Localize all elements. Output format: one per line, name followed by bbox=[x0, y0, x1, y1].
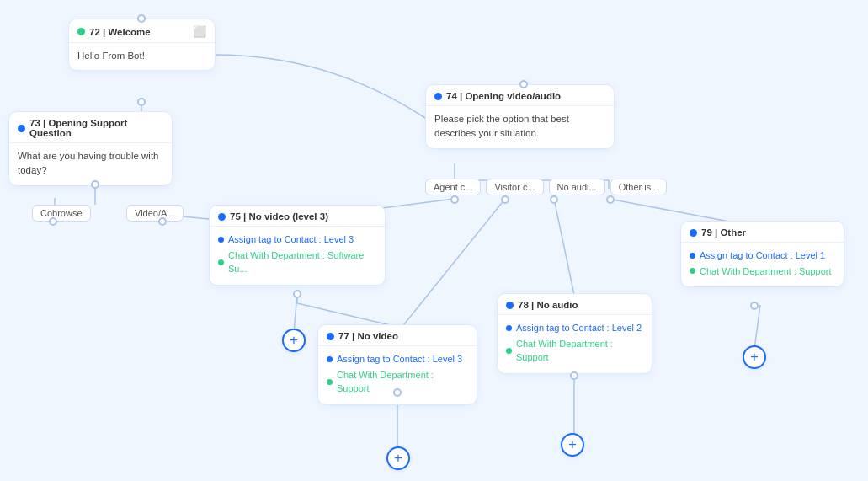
node-75-item-1: Chat With Department : Software Su... bbox=[218, 249, 376, 276]
badge-cobrowse-dot bbox=[49, 217, 57, 226]
item-dot bbox=[690, 268, 695, 274]
node-79-status-dot bbox=[690, 229, 697, 237]
tab-row: Agent c... Visitor c... No audi... Other… bbox=[425, 179, 667, 195]
node-75[interactable]: 75 | No video (level 3) Assign tag to Co… bbox=[209, 205, 386, 286]
node-74[interactable]: 74 | Opening video/audio Please pick the… bbox=[425, 84, 615, 149]
badge-cobrowse[interactable]: Cobrowse bbox=[32, 205, 91, 222]
flow-canvas: 72 | Welcome ⬜ Hello From Bot! 73 | Open… bbox=[0, 0, 868, 481]
node-74-header: 74 | Opening video/audio bbox=[426, 85, 614, 106]
tab-visitor[interactable]: Visitor c... bbox=[486, 179, 543, 195]
tab-other-dot bbox=[606, 195, 615, 204]
node-79-item-1: Chat With Department : Support bbox=[690, 265, 835, 279]
item-dot bbox=[506, 325, 512, 331]
tab-agent[interactable]: Agent c... bbox=[425, 179, 481, 195]
node-75-label: 75 | No video (level 3) bbox=[230, 211, 328, 222]
node-73-status-dot bbox=[18, 125, 25, 132]
add-button-78[interactable]: + bbox=[561, 433, 584, 457]
node-77-label: 77 | No video bbox=[338, 331, 398, 341]
node-77-bottom-dot bbox=[393, 388, 402, 397]
node-79[interactable]: 79 | Other Assign tag to Contact : Level… bbox=[680, 221, 844, 287]
item-dot bbox=[690, 253, 695, 259]
add-button-79[interactable]: + bbox=[743, 345, 766, 369]
node-72-body: Hello From Bot! bbox=[69, 43, 215, 70]
node-75-item-0: Assign tag to Contact : Level 3 bbox=[218, 232, 376, 247]
tab-noaudio-dot bbox=[550, 195, 558, 204]
node-73[interactable]: 73 | Opening Support Question What are y… bbox=[8, 111, 173, 186]
node-75-body: Assign tag to Contact : Level 3 Chat Wit… bbox=[210, 227, 385, 285]
tab-visitor-dot bbox=[501, 195, 509, 204]
node-72[interactable]: 72 | Welcome ⬜ Hello From Bot! bbox=[68, 19, 216, 71]
node-77-header: 77 | No video bbox=[318, 325, 477, 346]
svg-line-15 bbox=[754, 305, 760, 350]
node-78-header: 78 | No audio bbox=[498, 294, 652, 315]
tab-noaudio[interactable]: No audi... bbox=[549, 179, 605, 195]
node-73-body: What are you having trouble with today? bbox=[9, 143, 172, 185]
node-72-bottom-dot bbox=[137, 98, 146, 106]
node-78[interactable]: 78 | No audio Assign tag to Contact : Le… bbox=[497, 293, 652, 374]
badge-video[interactable]: Video/A... bbox=[126, 205, 184, 222]
node-75-header: 75 | No video (level 3) bbox=[210, 206, 385, 227]
svg-line-12 bbox=[294, 293, 297, 334]
tab-agent-dot bbox=[450, 195, 459, 204]
node-78-status-dot bbox=[506, 302, 514, 309]
node-72-icon: ⬜ bbox=[193, 25, 206, 38]
node-75-status-dot bbox=[218, 213, 226, 221]
node-78-item-1: Chat With Department : Support bbox=[506, 337, 643, 365]
item-dot bbox=[327, 379, 333, 385]
node-78-bottom-dot bbox=[570, 371, 578, 380]
node-73-header: 73 | Opening Support Question bbox=[9, 112, 172, 143]
node-77-item-0: Assign tag to Contact : Level 3 bbox=[327, 352, 468, 366]
node-72-label: 72 | Welcome bbox=[89, 27, 151, 37]
node-74-status-dot bbox=[434, 93, 442, 100]
node-79-header: 79 | Other bbox=[681, 222, 844, 243]
node-74-body: Please pick the option that best describ… bbox=[426, 106, 614, 148]
node-72-top-dot bbox=[137, 14, 146, 23]
node-77-status-dot bbox=[327, 333, 334, 340]
node-74-top-dot bbox=[519, 80, 528, 88]
item-dot bbox=[506, 348, 512, 354]
node-74-label: 74 | Opening video/audio bbox=[446, 91, 561, 101]
node-79-label: 79 | Other bbox=[701, 227, 746, 238]
item-dot bbox=[327, 356, 333, 362]
node-79-bottom-dot bbox=[750, 302, 759, 310]
node-78-label: 78 | No audio bbox=[518, 300, 578, 310]
node-75-bottom-dot bbox=[293, 290, 301, 298]
add-button-77[interactable]: + bbox=[386, 446, 410, 470]
node-79-body: Assign tag to Contact : Level 1 Chat Wit… bbox=[681, 243, 844, 286]
node-78-body: Assign tag to Contact : Level 2 Chat Wit… bbox=[498, 315, 652, 373]
svg-line-10 bbox=[554, 199, 574, 295]
item-dot bbox=[218, 237, 224, 243]
node-72-status-dot bbox=[77, 28, 85, 35]
node-73-bottom-dot bbox=[91, 180, 99, 189]
node-72-header: 72 | Welcome ⬜ bbox=[69, 19, 215, 43]
badge-video-dot bbox=[158, 217, 167, 226]
node-78-item-0: Assign tag to Contact : Level 2 bbox=[506, 321, 643, 335]
add-button-75[interactable]: + bbox=[282, 329, 306, 352]
node-73-label: 73 | Opening Support Question bbox=[29, 118, 163, 138]
item-dot bbox=[218, 259, 224, 265]
tab-other[interactable]: Other is... bbox=[610, 179, 668, 195]
node-79-item-0: Assign tag to Contact : Level 1 bbox=[690, 249, 835, 263]
